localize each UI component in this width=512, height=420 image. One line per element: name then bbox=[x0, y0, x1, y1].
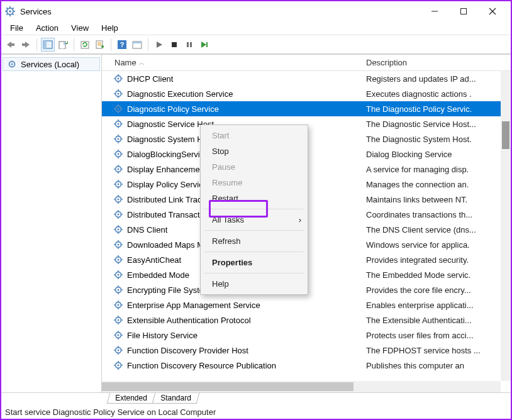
scrollbar-thumb[interactable] bbox=[102, 382, 353, 391]
service-description: Provides the core file encry... bbox=[362, 285, 511, 295]
svg-point-132 bbox=[118, 304, 120, 306]
menu-view[interactable]: View bbox=[65, 22, 95, 34]
tree-item-services-local[interactable]: Services (Local) bbox=[3, 57, 100, 71]
tree-item-label: Services (Local) bbox=[21, 60, 79, 69]
svg-line-6 bbox=[6, 8, 8, 9]
toolbar: ? bbox=[1, 35, 511, 54]
svg-point-40 bbox=[11, 64, 13, 65]
menu-action[interactable]: Action bbox=[30, 22, 65, 34]
refresh-button[interactable] bbox=[78, 38, 92, 52]
svg-rect-36 bbox=[190, 42, 192, 47]
about-button[interactable] bbox=[130, 38, 144, 52]
services-window: Services File Action View Help ? bbox=[0, 0, 512, 420]
service-name: Embedded Mode bbox=[127, 270, 189, 280]
service-description: Dialog Blocking Service bbox=[362, 150, 511, 159]
gear-icon bbox=[113, 134, 123, 144]
context-stop[interactable]: Stop bbox=[201, 143, 308, 159]
service-row[interactable]: Enterprise App Management ServiceEnables… bbox=[102, 297, 511, 312]
gear-icon bbox=[113, 194, 123, 204]
context-all-tasks[interactable]: All Tasks bbox=[201, 212, 308, 228]
gear-icon bbox=[113, 119, 123, 129]
titlebar: Services bbox=[1, 1, 511, 21]
service-description: The Extensible Authenticati... bbox=[362, 316, 511, 325]
service-name: Display Policy Service bbox=[127, 180, 208, 189]
context-refresh[interactable]: Refresh bbox=[201, 233, 308, 249]
start-service-button[interactable] bbox=[152, 38, 166, 52]
tab-standard[interactable]: Standard bbox=[152, 393, 199, 404]
gear-icon bbox=[113, 104, 123, 114]
context-resume: Resume bbox=[201, 175, 308, 191]
gear-icon bbox=[7, 59, 17, 69]
service-row[interactable]: DHCP ClientRegisters and updates IP ad..… bbox=[102, 71, 511, 86]
service-description: The Diagnostic Policy Servic. bbox=[362, 104, 511, 114]
svg-rect-38 bbox=[206, 42, 208, 47]
context-properties[interactable]: Properties bbox=[201, 255, 308, 270]
show-hide-tree-button[interactable] bbox=[41, 38, 55, 52]
restart-service-button[interactable] bbox=[198, 38, 211, 52]
service-description: Executes diagnostic actions . bbox=[362, 89, 511, 99]
svg-marker-14 bbox=[7, 41, 11, 48]
close-button[interactable] bbox=[478, 2, 507, 21]
properties-button[interactable] bbox=[93, 38, 107, 52]
separator-icon bbox=[204, 251, 304, 252]
vertical-scrollbar[interactable] bbox=[501, 71, 511, 381]
left-pane: Services (Local) bbox=[1, 55, 102, 392]
window-title: Services bbox=[20, 7, 420, 16]
tab-extended[interactable]: Extended bbox=[107, 393, 155, 404]
stop-service-button[interactable] bbox=[167, 38, 181, 52]
svg-point-156 bbox=[118, 365, 120, 367]
column-description[interactable]: Description bbox=[362, 58, 511, 67]
export-list-button[interactable] bbox=[56, 38, 70, 52]
service-row[interactable]: Extensible Authentication ProtocolThe Ex… bbox=[102, 312, 511, 328]
service-description: The DNS Client service (dns... bbox=[362, 225, 511, 235]
scrollbar-thumb[interactable] bbox=[502, 121, 509, 149]
svg-text:?: ? bbox=[120, 41, 125, 48]
separator-icon bbox=[148, 38, 148, 51]
service-row[interactable]: Diagnostic Execution ServiceExecutes dia… bbox=[102, 86, 511, 101]
svg-point-48 bbox=[118, 93, 120, 95]
horizontal-scrollbar[interactable] bbox=[102, 381, 501, 392]
column-name[interactable]: Name︿ bbox=[111, 58, 362, 67]
gear-icon bbox=[113, 74, 123, 84]
gear-icon bbox=[113, 164, 123, 174]
svg-point-138 bbox=[118, 319, 120, 321]
context-help[interactable]: Help bbox=[201, 276, 308, 292]
svg-rect-17 bbox=[22, 43, 26, 46]
svg-point-42 bbox=[118, 78, 120, 80]
svg-rect-32 bbox=[133, 41, 142, 43]
service-description: Maintains links between NT. bbox=[362, 195, 511, 204]
maximize-button[interactable] bbox=[449, 2, 478, 21]
status-text: Start service Diagnostic Policy Service … bbox=[5, 407, 216, 417]
menu-help[interactable]: Help bbox=[95, 22, 125, 34]
help-button[interactable]: ? bbox=[115, 38, 129, 52]
service-name: Function Discovery Resource Publication bbox=[127, 361, 276, 370]
statusbar: Start service Diagnostic Policy Service … bbox=[1, 406, 511, 419]
view-tabs: Extended Standard bbox=[1, 392, 511, 406]
back-button[interactable] bbox=[4, 38, 18, 52]
service-description: Protects user files from acci... bbox=[362, 331, 511, 340]
separator-icon bbox=[74, 38, 74, 51]
service-row[interactable]: Function Discovery Resource PublicationP… bbox=[102, 358, 511, 373]
service-description: A service for managing disp. bbox=[362, 165, 511, 174]
separator-icon bbox=[204, 209, 304, 209]
service-name: Extensible Authentication Protocol bbox=[127, 316, 251, 325]
gear-icon bbox=[113, 179, 123, 189]
context-menu: Start Stop Pause Resume Restart All Task… bbox=[200, 124, 308, 295]
context-pause: Pause bbox=[201, 159, 308, 175]
menu-file[interactable]: File bbox=[4, 22, 30, 34]
service-name: Function Discovery Provider Host bbox=[127, 346, 248, 355]
separator-icon bbox=[111, 38, 111, 51]
pause-service-button[interactable] bbox=[182, 38, 196, 52]
svg-rect-11 bbox=[461, 9, 467, 14]
service-row[interactable]: File History ServiceProtects user files … bbox=[102, 328, 511, 343]
service-row[interactable]: Diagnostic Policy ServiceThe Diagnostic … bbox=[102, 101, 511, 116]
context-restart[interactable]: Restart bbox=[201, 191, 308, 206]
service-description: Publishes this computer an bbox=[362, 361, 511, 370]
forward-button[interactable] bbox=[19, 38, 33, 52]
service-name: Enterprise App Management Service bbox=[127, 301, 260, 310]
service-name: DHCP Client bbox=[127, 74, 173, 84]
sort-caret-icon: ︿ bbox=[139, 59, 145, 67]
service-row[interactable]: Function Discovery Provider HostThe FDPH… bbox=[102, 343, 511, 358]
svg-point-114 bbox=[118, 259, 120, 261]
minimize-button[interactable] bbox=[420, 2, 449, 21]
